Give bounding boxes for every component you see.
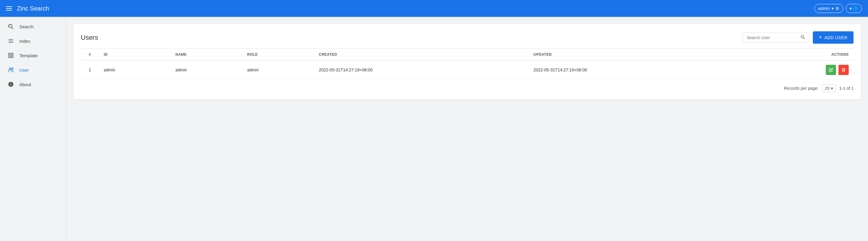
- per-page-value: 20: [825, 86, 830, 91]
- page-title: Users: [81, 34, 98, 42]
- svg-line-16: [803, 38, 805, 39]
- col-actions: ACTIONS: [743, 49, 854, 61]
- svg-rect-10: [11, 56, 13, 58]
- search-input[interactable]: [747, 35, 798, 40]
- col-created: CREATED: [314, 49, 528, 61]
- add-icon: +: [819, 34, 822, 41]
- sidebar-index-label: Index: [19, 39, 30, 44]
- add-user-label: ADD USER: [825, 35, 847, 40]
- sidebar-item-search[interactable]: Search: [0, 19, 66, 34]
- table-body: 1 admin admin admin 2022-05-31T14:27:19+…: [81, 61, 854, 79]
- app-header: Zinc Search admin ▾ ⚙ ▾ 🌐: [0, 0, 868, 17]
- svg-text:i: i: [10, 82, 11, 86]
- add-user-button[interactable]: + ADD USER: [813, 31, 854, 44]
- table-head: # ID NAME ROLE CREATED UPDATED ACTIONS: [81, 49, 854, 61]
- cell-role: admin: [243, 61, 314, 79]
- table-header-row: # ID NAME ROLE CREATED UPDATED ACTIONS: [81, 49, 854, 61]
- app-body: Search Index Template: [0, 17, 868, 241]
- cell-num: 1: [81, 61, 99, 79]
- records-per-page-label: Records per page:: [784, 86, 818, 91]
- menu-icon[interactable]: [6, 6, 12, 10]
- search-icon: [7, 24, 14, 30]
- main-content: Users + ADD USER: [66, 17, 868, 241]
- per-page-chevron-icon: ▾: [831, 86, 833, 91]
- cell-updated: 2022-05-31T14:27:19+08:00: [529, 61, 743, 79]
- svg-point-11: [9, 68, 11, 70]
- svg-line-1: [12, 27, 13, 29]
- cell-created: 2022-05-31T14:27:19+08:00: [314, 61, 528, 79]
- search-box: [743, 33, 809, 43]
- col-id: ID: [99, 49, 171, 61]
- search-icon: [801, 35, 805, 41]
- svg-rect-9: [9, 56, 10, 58]
- cell-name: admin: [171, 61, 243, 79]
- users-card: Users + ADD USER: [73, 24, 861, 99]
- user-icon: [7, 67, 14, 73]
- index-icon: [7, 38, 14, 44]
- sidebar-about-label: About: [19, 82, 31, 87]
- table-row: 1 admin admin admin 2022-05-31T14:27:19+…: [81, 61, 854, 79]
- pagination-row: Records per page: 20 ▾ 1-1 of 1: [81, 79, 854, 92]
- user-menu-button[interactable]: admin ▾ ⚙: [814, 4, 843, 13]
- username-label: admin: [818, 6, 830, 11]
- users-table: # ID NAME ROLE CREATED UPDATED ACTIONS 1…: [81, 48, 854, 79]
- sidebar-template-label: Template: [19, 53, 38, 58]
- cell-id: admin: [99, 61, 171, 79]
- sidebar-item-user[interactable]: User: [0, 63, 66, 77]
- svg-rect-8: [11, 53, 13, 55]
- about-icon: i: [7, 81, 14, 88]
- cell-actions: [743, 61, 854, 79]
- globe-icon: 🌐: [853, 6, 858, 11]
- app-title: Zinc Search: [17, 5, 814, 12]
- col-name: NAME: [171, 49, 243, 61]
- per-page-select[interactable]: 20 ▾: [822, 84, 836, 92]
- edit-button[interactable]: [826, 65, 836, 75]
- users-actions: + ADD USER: [743, 31, 854, 44]
- header-right: admin ▾ ⚙ ▾ 🌐: [814, 4, 862, 13]
- col-role: ROLE: [243, 49, 314, 61]
- sidebar: Search Index Template: [0, 17, 66, 241]
- col-num: #: [81, 49, 99, 61]
- lang-chevron-icon: ▾: [849, 6, 852, 11]
- sidebar-item-template[interactable]: Template: [0, 48, 66, 63]
- svg-point-12: [12, 68, 13, 69]
- page-info: 1-1 of 1: [839, 86, 854, 91]
- svg-point-15: [801, 35, 804, 38]
- sidebar-search-label: Search: [19, 24, 34, 29]
- sidebar-item-index[interactable]: Index: [0, 34, 66, 48]
- svg-rect-7: [9, 53, 10, 55]
- template-icon: [7, 53, 14, 59]
- user-settings-icon: ⚙: [835, 6, 839, 11]
- col-updated: UPDATED: [529, 49, 743, 61]
- users-header: Users + ADD USER: [81, 31, 854, 44]
- delete-button[interactable]: [838, 65, 849, 75]
- sidebar-user-label: User: [19, 67, 29, 73]
- user-chevron-icon: ▾: [832, 6, 834, 11]
- sidebar-item-about[interactable]: i About: [0, 77, 66, 92]
- language-menu-button[interactable]: ▾ 🌐: [846, 4, 862, 13]
